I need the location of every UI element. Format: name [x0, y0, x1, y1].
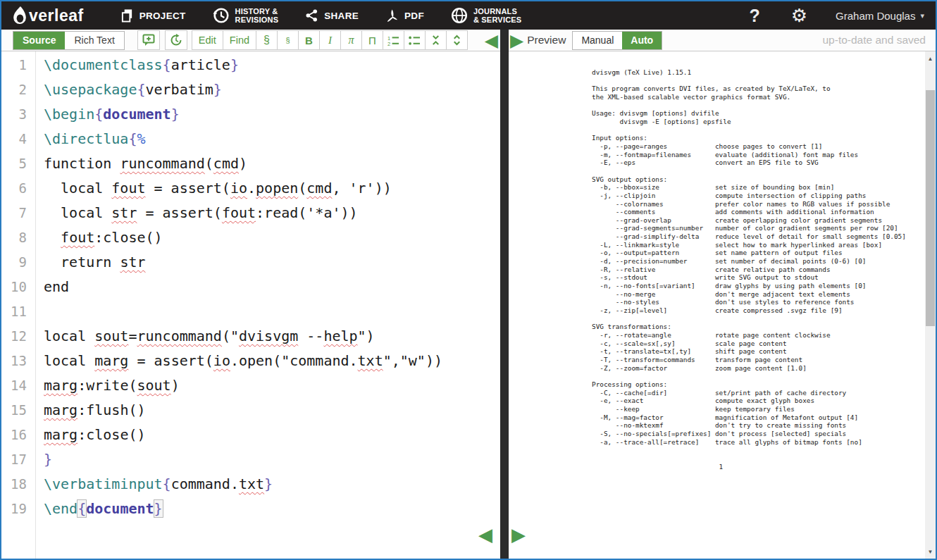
code-line[interactable]: 8 fout:close()	[1, 225, 500, 250]
nav-pdf-label: PDF	[404, 11, 424, 21]
manual-compile-button[interactable]: Manual	[573, 32, 622, 49]
nav-pdf[interactable]: PDF	[385, 8, 424, 23]
display-math-button[interactable]: Π	[361, 30, 383, 50]
overleaf-logo-text: verleaf	[29, 6, 84, 25]
code-line[interactable]: 18\verbatiminput{command.txt}	[1, 472, 500, 497]
main-area: Source Rich Text	[1, 30, 936, 559]
copy-pages-icon	[120, 8, 134, 23]
line-number: 19	[1, 497, 35, 521]
pane-divider[interactable]	[500, 30, 509, 559]
section-button[interactable]: §	[256, 30, 278, 50]
nav-share-label: SHARE	[324, 11, 359, 21]
preview-label: Preview	[527, 34, 566, 46]
code-line[interactable]: 3\begin{document}	[1, 102, 500, 127]
add-comment-button[interactable]	[137, 30, 160, 50]
collapse-editor-left-icon[interactable]: ◀	[485, 32, 498, 49]
preview-scrollbar[interactable]: ▲ ▼	[925, 51, 936, 559]
find-button[interactable]: Find	[223, 30, 256, 50]
scroll-down-icon[interactable]: ▼	[925, 549, 936, 555]
auto-compile-button[interactable]: Auto	[622, 32, 662, 49]
preview-pane: ▶ Preview Manual Auto up-to-date and sav…	[509, 30, 936, 559]
subsection-button[interactable]: §	[277, 30, 299, 50]
code-line[interactable]: 2\usepackage{verbatim}	[1, 77, 500, 102]
line-number: 1	[1, 53, 35, 77]
share-icon	[305, 8, 318, 23]
unfold-all-button[interactable]	[446, 30, 468, 50]
gear-icon[interactable]: ⚙	[791, 6, 807, 25]
pdf-preview-area: dvisvgm (TeX Live) 1.15.1 This program c…	[509, 51, 936, 559]
line-number: 15	[1, 398, 35, 423]
line-number: 18	[1, 472, 35, 497]
tab-source[interactable]: Source	[13, 32, 65, 49]
mode-toggle: Source Rich Text	[13, 31, 125, 50]
nav-share[interactable]: SHARE	[305, 8, 359, 23]
line-number: 2	[1, 77, 35, 102]
scroll-up-icon[interactable]: ▲	[925, 56, 936, 62]
numbered-list-icon: 1 2	[387, 35, 399, 46]
help-icon[interactable]: ?	[749, 6, 759, 26]
comment-plus-icon	[142, 34, 155, 46]
nav-history-revisions[interactable]: HISTORY & REVISIONS	[213, 7, 279, 24]
user-menu[interactable]: Graham Douglas ▾	[836, 10, 924, 22]
inline-math-button[interactable]: π	[340, 30, 362, 50]
pdf-acrobat-icon	[385, 8, 399, 23]
gutter-separator	[35, 51, 36, 559]
history-icon	[170, 34, 182, 46]
code-line[interactable]: 6 local fout = assert(io.popen(cmd, 'r')…	[1, 176, 500, 201]
nav-journals-services[interactable]: JOURNALS & SERVICES	[451, 7, 521, 24]
tab-rich-text[interactable]: Rich Text	[65, 32, 123, 49]
history-clock-icon	[213, 7, 230, 24]
collapse-editor-bottom-icon[interactable]: ◀	[478, 525, 492, 544]
code-line[interactable]: 5function runcommand(cmd)	[1, 151, 500, 176]
expand-preview-bottom-icon[interactable]: ▶	[511, 525, 526, 544]
overleaf-logo-icon	[11, 6, 28, 25]
line-number: 3	[1, 102, 35, 127]
scrollbar-thumb[interactable]	[926, 90, 935, 326]
fold-all-button[interactable]	[425, 30, 447, 50]
code-line[interactable]: 10end	[1, 275, 500, 299]
code-line[interactable]: 15marg:flush()	[1, 398, 500, 423]
bold-button[interactable]: B	[298, 30, 320, 50]
caret-down-icon: ▾	[920, 11, 924, 20]
nav-project[interactable]: PROJECT	[120, 8, 186, 23]
history-button[interactable]	[165, 30, 187, 50]
code-line[interactable]: 13local marg = assert(io.open("command.t…	[1, 349, 500, 373]
line-number: 7	[1, 201, 35, 225]
bullet-list-button[interactable]	[404, 30, 426, 50]
code-line[interactable]: 4\directlua{%	[1, 127, 500, 151]
edit-menu-button[interactable]: Edit	[192, 30, 223, 50]
line-number: 12	[1, 324, 35, 349]
overleaf-logo[interactable]: verleaf	[11, 6, 84, 25]
compile-mode-toggle: Manual Auto	[572, 31, 662, 50]
line-number: 9	[1, 250, 35, 275]
code-line[interactable]: 7 local str = assert(fout:read('*a'))	[1, 201, 500, 225]
compile-status: up-to-date and saved	[823, 34, 926, 46]
nav-project-label: PROJECT	[139, 11, 186, 21]
editor-pane: Source Rich Text	[1, 30, 500, 559]
line-number: 11	[1, 299, 35, 324]
line-number: 17	[1, 447, 35, 472]
code-line[interactable]: 19\end{document}	[1, 497, 500, 521]
line-number: 5	[1, 151, 35, 176]
expand-preview-right-icon[interactable]: ▶	[510, 32, 523, 49]
numbered-list-button[interactable]: 1 2	[383, 30, 404, 50]
line-number: 14	[1, 373, 35, 398]
nav-journals-label: JOURNALS & SERVICES	[473, 7, 521, 24]
code-line[interactable]: 9 return str	[1, 250, 500, 275]
code-line[interactable]: 14marg:write(sout)	[1, 373, 500, 398]
line-number: 16	[1, 423, 35, 447]
overleaf-window: { "topbar": { "logo_text": "verleaf", "p…	[0, 0, 937, 560]
source-code-editor[interactable]: 1\documentclass{article}2\usepackage{ver…	[1, 51, 500, 559]
code-line[interactable]: 12local sout=runcommand("dvisvgm --help"…	[1, 324, 500, 349]
line-number: 13	[1, 349, 35, 373]
line-number: 10	[1, 275, 35, 299]
code-line[interactable]: 17}	[1, 447, 500, 472]
code-lines: 1\documentclass{article}2\usepackage{ver…	[1, 53, 500, 521]
pdf-text: dvisvgm (TeX Live) 1.15.1 This program c…	[592, 68, 906, 471]
code-line[interactable]: 11	[1, 299, 500, 324]
code-line[interactable]: 1\documentclass{article}	[1, 53, 500, 77]
code-line[interactable]: 16marg:close()	[1, 423, 500, 447]
line-number: 4	[1, 127, 35, 151]
line-number: 6	[1, 176, 35, 201]
italic-button[interactable]: I	[319, 30, 341, 50]
